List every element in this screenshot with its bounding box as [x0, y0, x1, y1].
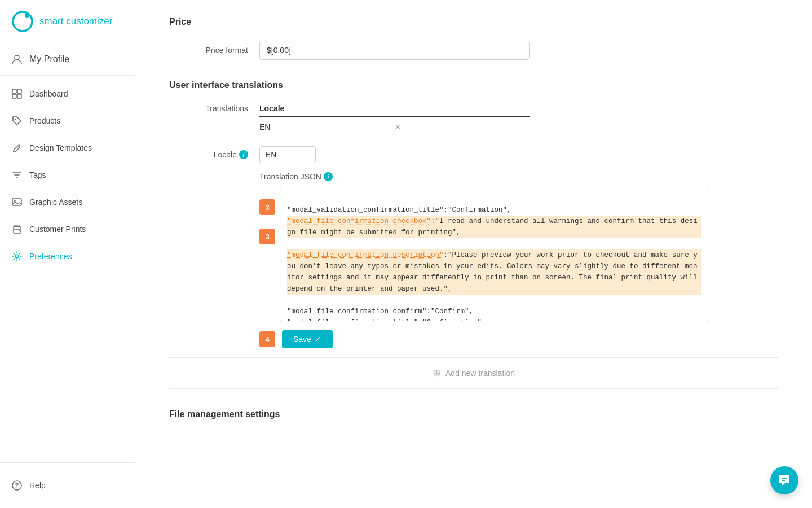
badge-spacer1: [259, 186, 275, 199]
svg-point-15: [16, 488, 17, 489]
sidebar-item-tags[interactable]: Tags: [0, 161, 135, 189]
step-badge-2: 3: [259, 229, 275, 244]
print-icon: [11, 224, 23, 235]
locale-field-row: Locale i: [169, 146, 778, 163]
tags-label: Tags: [29, 170, 46, 179]
json-line-1: "modal_validation_confirmation_title":"C…: [287, 206, 511, 214]
svg-point-7: [15, 119, 16, 120]
file-management-section: File management settings: [169, 409, 778, 419]
tag-icon: [11, 115, 23, 126]
sidebar-nav: Dashboard Products Design Templates: [0, 76, 135, 462]
logo-icon: [11, 10, 34, 33]
price-section-title: Price: [169, 17, 778, 27]
json-code-block[interactable]: "modal_validation_confirmation_title":"C…: [280, 186, 708, 321]
ui-translations-section: User interface translations Translations…: [169, 80, 778, 389]
locale-remove-en[interactable]: ×: [392, 122, 530, 132]
translations-label: Translations: [169, 104, 259, 137]
svg-point-0: [13, 12, 32, 31]
badges-col: 3 3: [259, 186, 275, 244]
ui-translations-title: User interface translations: [169, 80, 778, 90]
json-line-3: "modal_file_confirmation_description":"P…: [287, 249, 701, 295]
dashboard-icon: [11, 88, 23, 99]
locale-field-label: Locale i: [169, 150, 259, 159]
gear-icon: [11, 251, 23, 262]
svg-point-12: [19, 230, 20, 231]
preferences-label: Preferences: [29, 252, 72, 261]
svg-point-2: [15, 55, 19, 60]
help-label: Help: [29, 481, 46, 490]
sidebar-item-dashboard[interactable]: Dashboard: [0, 80, 135, 107]
svg-rect-8: [12, 199, 21, 205]
image-icon: [11, 196, 23, 208]
customer-prints-label: Customer Prints: [29, 225, 86, 234]
person-icon: [11, 54, 23, 65]
sidebar-item-graphic-assets[interactable]: Graphic Assets: [0, 189, 135, 216]
filter-icon: [11, 169, 23, 181]
sidebar-item-customer-prints[interactable]: Customer Prints: [0, 216, 135, 243]
svg-point-1: [25, 14, 29, 18]
sidebar-bottom: Help: [0, 462, 135, 508]
main-content: Price Price format User interface transl…: [135, 0, 812, 508]
design-icon: [11, 142, 23, 154]
sidebar-item-help[interactable]: Help: [0, 472, 135, 499]
step-badge-4: 4: [259, 331, 275, 347]
svg-rect-10: [14, 229, 20, 233]
file-management-title: File management settings: [169, 409, 778, 419]
json-area-wrapper: 3 3 "modal_validation_confirmation_title…: [169, 186, 778, 321]
logo[interactable]: smart customizer: [0, 0, 135, 43]
checkmark-icon: ✓: [315, 335, 321, 344]
save-button[interactable]: Save ✓: [282, 330, 333, 348]
price-section: Price Price format: [169, 17, 778, 60]
price-format-label: Price format: [169, 46, 259, 55]
chat-fab[interactable]: [770, 466, 798, 494]
svg-rect-11: [15, 225, 19, 227]
sidebar: smart customizer My Profile Dashboard: [0, 0, 135, 508]
translations-row: Translations Locale EN ×: [169, 104, 778, 137]
sidebar-item-preferences[interactable]: Preferences: [0, 243, 135, 270]
save-row: 4 Save ✓: [169, 330, 778, 348]
graphic-assets-label: Graphic Assets: [29, 198, 82, 207]
sidebar-item-profile[interactable]: My Profile: [0, 43, 135, 75]
json-label-text: Translation JSON i: [259, 172, 333, 181]
json-line-5: "modal_file_confirmation_title":"Confirm…: [287, 319, 486, 321]
step-badge-1: 3: [259, 199, 275, 215]
chat-icon: [777, 473, 792, 488]
svg-rect-4: [17, 89, 21, 93]
add-translation-row[interactable]: ⊕ Add new translation: [169, 357, 778, 389]
products-label: Products: [29, 116, 60, 125]
svg-rect-3: [12, 89, 16, 93]
locale-input[interactable]: [259, 146, 316, 163]
json-with-badges: 3 3 "modal_validation_confirmation_title…: [259, 186, 708, 321]
json-label-row: Translation JSON i: [169, 172, 778, 181]
profile-label: My Profile: [29, 54, 69, 64]
locale-value-en: EN: [259, 122, 392, 132]
price-format-row: Price format: [169, 41, 778, 60]
json-line-4: "modal_file_confirmation_confirm":"Confi…: [287, 308, 473, 316]
svg-point-13: [15, 255, 19, 258]
json-line-2: "modal_file_confirmation_checkbox":"I re…: [287, 216, 701, 238]
locale-row-en: EN ×: [259, 117, 530, 137]
design-templates-label: Design Templates: [29, 143, 92, 152]
locale-table: Locale EN ×: [259, 104, 530, 137]
svg-rect-5: [12, 94, 16, 98]
json-label-spacer: [169, 172, 259, 181]
price-format-input[interactable]: [259, 41, 530, 60]
logo-text: smart customizer: [39, 16, 112, 27]
help-icon: [11, 480, 23, 491]
dashboard-label: Dashboard: [29, 89, 68, 98]
add-translation-label: Add new translation: [445, 369, 515, 378]
sidebar-item-products[interactable]: Products: [0, 107, 135, 134]
sidebar-item-design-templates[interactable]: Design Templates: [0, 134, 135, 161]
locale-table-header: Locale: [259, 104, 530, 117]
json-info-icon[interactable]: i: [324, 172, 333, 181]
badge-spacer2: [259, 215, 275, 229]
locale-info-icon[interactable]: i: [239, 150, 248, 159]
svg-rect-6: [17, 94, 21, 98]
plus-circle-icon: ⊕: [433, 367, 441, 379]
